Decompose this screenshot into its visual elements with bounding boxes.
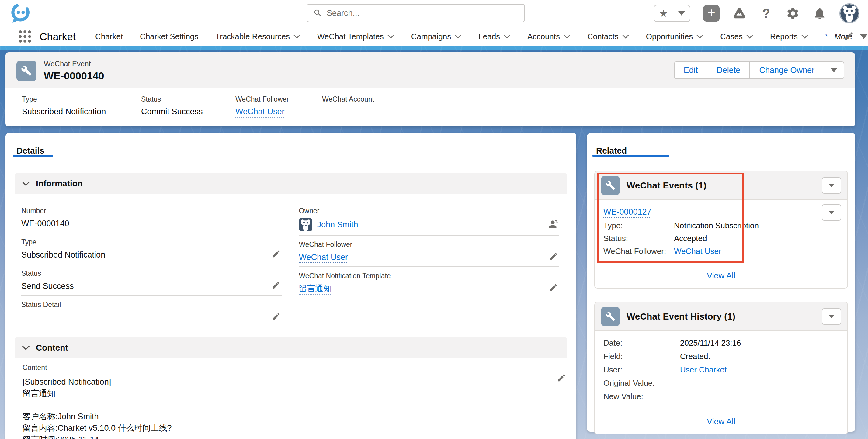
search-input[interactable] [327,8,518,18]
active-tab-underline [592,155,669,157]
tab-campaigns[interactable]: Campaigns [411,32,462,41]
chevron-down-icon[interactable] [696,34,703,39]
header-utility-icons: ★ + ? [654,0,860,27]
tab-accounts[interactable]: Accounts [527,32,570,41]
chevron-down-icon[interactable] [455,34,461,39]
entity-label: WeChat Event [44,60,104,68]
wechat-follower-link[interactable]: WeChat User [299,253,348,262]
wechat-events-item: WE-0000127 Type: Notification Subscripti… [595,200,847,264]
edit-status-detail-pencil-icon[interactable] [272,312,281,321]
view-all-row: View All [595,410,847,434]
field-number: Number WE-0000140 [21,202,282,233]
chevron-down-icon[interactable] [801,34,808,39]
tab-reports[interactable]: Reports [770,32,808,41]
chevron-down-icon [22,181,30,186]
tab-cases[interactable]: Cases [720,32,753,41]
field-status: Status Send Success [21,264,282,296]
notifications-button[interactable] [813,6,827,20]
wechat-event-history-header[interactable]: WeChat Event History (1) [595,303,847,331]
setup-button[interactable] [786,6,800,20]
row-actions-button[interactable] [822,204,841,221]
caret-down-icon [829,211,834,214]
wechat-event-history-item: Date: 2025/11/14 23:16 Field: Created. U… [595,331,847,410]
favorites-menu-button[interactable] [673,5,690,21]
wechat-events-header[interactable]: WeChat Events (1) [595,171,847,200]
highlight-field-status: Status Commit Success [141,95,236,117]
user-avatar[interactable] [839,3,860,23]
chevron-down-icon[interactable] [622,34,629,39]
view-all-link[interactable]: View All [707,417,735,426]
tab-charket-settings[interactable]: Charket Settings [140,32,198,41]
tab-leads[interactable]: Leads [478,32,510,41]
favorites-button-group: ★ [654,5,690,22]
caret-down-icon [829,184,834,187]
owner-link[interactable]: John Smith [317,220,358,229]
temporary-tab-star: * [825,32,828,41]
related-record-link[interactable]: WE-0000127 [603,207,651,217]
active-tab-underline [13,155,53,157]
wechat-event-object-icon [601,176,620,195]
global-search[interactable] [307,4,525,22]
chevron-down-icon[interactable] [746,34,753,39]
chevron-down-icon[interactable] [504,34,510,39]
related-list-actions-button[interactable] [822,308,841,325]
tab-trackable-resources[interactable]: Trackable Resources [215,32,300,41]
delete-button[interactable]: Delete [707,61,750,79]
bell-icon [813,6,827,20]
chevron-down-icon[interactable] [564,34,570,39]
caret-down-icon [831,68,837,72]
field-content: Content [Subscribed Notification] 留言通知 客… [14,358,567,439]
global-actions-button[interactable]: + [703,5,720,22]
edit-template-pencil-icon[interactable] [549,283,558,292]
tab-details[interactable]: Details [14,144,48,156]
edit-button[interactable]: Edit [674,61,708,79]
tab-wechat-templates[interactable]: WeChat Templates [317,32,394,41]
view-all-link[interactable]: View All [707,271,735,280]
charket-logo-icon[interactable] [9,2,31,24]
app-navigation-bar: Charket Charket Charket Settings Trackab… [0,27,868,46]
app-launcher-icon[interactable] [17,29,33,44]
gear-icon [786,6,800,20]
related-panel: Related WeChat Events (1) WE-0000127 Typ… [587,133,855,432]
help-button[interactable]: ? [759,6,773,20]
field-status-detail: Status Detail [21,296,282,327]
edit-type-pencil-icon[interactable] [272,249,281,258]
record-header: WeChat Event WE-0000140 Edit Delete Chan… [5,52,855,89]
details-tabset: Details [14,144,567,164]
wechat-user-link[interactable]: WeChat User [674,247,721,256]
tab-charket[interactable]: Charket [95,32,123,41]
search-icon [313,8,322,18]
related-list-actions-button[interactable] [822,177,841,194]
content-value: [Subscribed Notification] 留言通知 客户名称:John… [23,376,548,439]
caret-down-icon [678,11,685,15]
wechat-user-link[interactable]: WeChat User [236,107,285,116]
related-list-title: WeChat Event History (1) [626,311,735,322]
section-content[interactable]: Content [14,338,567,358]
global-header: ★ + ? [0,0,868,27]
section-information[interactable]: Information [14,173,567,194]
chevron-down-icon [22,345,30,350]
chevron-down-icon[interactable] [293,34,300,39]
tab-opportunities[interactable]: Opportunities [646,32,704,41]
edit-wechat-follower-pencil-icon[interactable] [549,252,558,261]
user-charket-link[interactable]: User Charket [680,365,726,374]
record-highlights-panel: WeChat Event WE-0000140 Edit Delete Chan… [5,52,855,126]
tab-related[interactable]: Related [594,144,630,156]
more-actions-button[interactable] [824,61,844,79]
caret-down-icon [860,34,867,39]
favorite-star-button[interactable]: ★ [654,5,673,21]
chevron-down-icon[interactable] [388,34,394,39]
change-owner-button[interactable]: Change Owner [750,61,824,79]
avatar-bear-icon [840,4,859,23]
edit-status-pencil-icon[interactable] [272,281,281,290]
help-icon: ? [762,6,770,21]
details-panel: Details Information Number WE-0000140 Ty… [5,133,576,439]
edit-navigation-pencil-icon[interactable] [844,31,854,41]
guidance-center-button[interactable] [732,6,746,20]
notification-template-link[interactable]: 留言通知 [299,283,332,294]
tab-contacts[interactable]: Contacts [587,32,629,41]
page-title: WE-0000140 [44,70,104,82]
edit-content-pencil-icon[interactable] [557,373,566,382]
change-owner-icon[interactable] [548,219,559,230]
star-icon: ★ [659,8,668,18]
